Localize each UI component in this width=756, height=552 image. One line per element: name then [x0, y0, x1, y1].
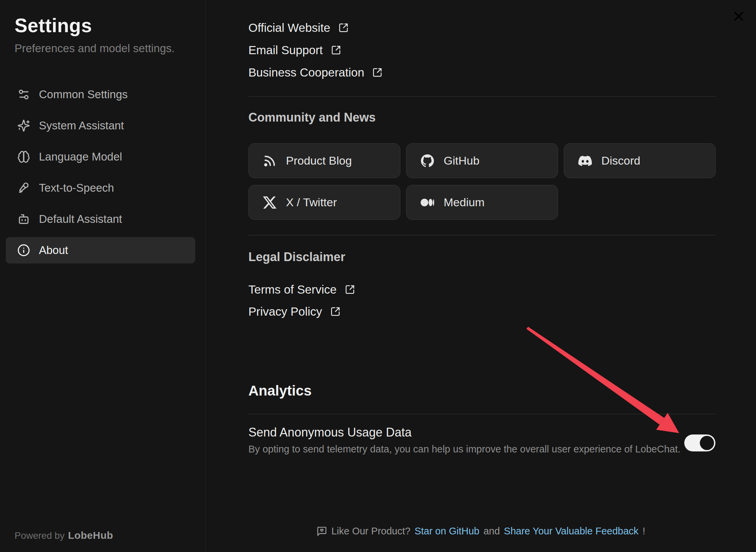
link-label: Privacy Policy	[248, 305, 322, 318]
star-on-github-link[interactable]: Star on GitHub	[415, 526, 480, 537]
section-divider	[248, 414, 716, 414]
lobehub-brand: LobeHub	[68, 530, 113, 541]
medium-icon	[421, 196, 434, 209]
external-link-icon	[330, 306, 340, 317]
link-label: Business Cooperation	[248, 66, 364, 79]
sidebar-item-about[interactable]: About	[6, 237, 195, 263]
link-privacy-policy[interactable]: Privacy Policy	[248, 303, 340, 320]
button-label: Discord	[601, 154, 640, 167]
close-icon	[731, 9, 746, 24]
product-blog-button[interactable]: Product Blog	[248, 143, 400, 178]
powered-by-label: Powered by	[15, 530, 65, 541]
external-link-icon	[372, 67, 382, 78]
community-heading: Community and News	[248, 110, 376, 125]
button-label: X / Twitter	[286, 196, 337, 209]
sidebar-item-default-assistant[interactable]: Default Assistant	[6, 206, 195, 232]
usage-data-description: By opting to send telemetry data, you ca…	[248, 444, 681, 455]
sidebar-item-label: Language Model	[39, 150, 122, 163]
sidebar-nav: Common Settings System Assistant Languag…	[6, 81, 195, 263]
sidebar-item-system-assistant[interactable]: System Assistant	[6, 112, 195, 139]
feedback-icon	[316, 526, 327, 537]
brain-icon	[17, 150, 30, 163]
x-twitter-button[interactable]: X / Twitter	[248, 185, 400, 220]
link-terms-of-service[interactable]: Terms of Service	[248, 281, 355, 298]
info-icon	[17, 244, 30, 257]
about-panel: Contact Us Official Website Email Suppor…	[206, 0, 756, 552]
sidebar-item-language-model[interactable]: Language Model	[6, 144, 195, 170]
page-title: Settings	[15, 14, 195, 37]
footer-text: Like Our Product?	[331, 526, 410, 537]
link-label: Official Website	[248, 21, 330, 35]
community-buttons: Product Blog GitHub Discord X / Twitter …	[248, 143, 716, 220]
rss-icon	[263, 154, 276, 168]
link-email-support[interactable]: Email Support	[248, 42, 341, 58]
medium-button[interactable]: Medium	[406, 185, 558, 220]
github-icon	[421, 154, 434, 168]
usage-data-toggle[interactable]	[684, 434, 715, 451]
github-button[interactable]: GitHub	[406, 143, 558, 178]
button-label: GitHub	[444, 154, 480, 167]
toggle-knob	[700, 436, 714, 450]
sparkles-icon	[17, 119, 30, 132]
external-link-icon	[345, 284, 355, 295]
footer-text: !	[643, 526, 645, 537]
external-link-icon	[338, 23, 349, 33]
discord-button[interactable]: Discord	[564, 143, 716, 178]
settings-sidebar: Settings Preferences and model settings.…	[0, 0, 206, 552]
sidebar-item-label: Common Settings	[39, 88, 128, 101]
powered-by: Powered byLobeHub	[15, 530, 113, 541]
discord-icon	[578, 154, 592, 168]
close-button[interactable]	[729, 7, 748, 26]
contact-us-heading: Contact Us	[248, 0, 313, 2]
sidebar-item-label: Text-to-Speech	[39, 182, 114, 194]
section-divider	[248, 235, 716, 235]
link-business-cooperation[interactable]: Business Cooperation	[248, 64, 382, 81]
x-twitter-icon	[263, 196, 276, 209]
link-label: Email Support	[248, 43, 323, 57]
bot-icon	[17, 213, 30, 226]
feedback-footer: Like Our Product? Star on GitHub and Sha…	[206, 526, 756, 537]
legal-heading: Legal Disclaimer	[248, 250, 345, 264]
sidebar-item-text-to-speech[interactable]: Text-to-Speech	[6, 175, 195, 201]
section-divider	[248, 96, 716, 97]
footer-text: and	[484, 526, 500, 537]
link-official-website[interactable]: Official Website	[248, 20, 349, 36]
share-feedback-link[interactable]: Share Your Valuable Feedback	[504, 526, 639, 537]
sidebar-item-label: Default Assistant	[39, 213, 122, 226]
button-label: Medium	[444, 196, 485, 209]
annotation-arrow	[517, 318, 693, 447]
page-subtitle: Preferences and model settings.	[15, 42, 195, 55]
usage-data-label: Send Anonymous Usage Data	[248, 425, 412, 440]
mic-icon	[17, 182, 30, 194]
sidebar-item-common-settings[interactable]: Common Settings	[6, 81, 195, 108]
link-label: Terms of Service	[248, 283, 337, 296]
sidebar-item-label: About	[39, 244, 68, 257]
sliders-icon	[17, 88, 30, 101]
button-label: Product Blog	[286, 154, 352, 167]
analytics-heading: Analytics	[248, 383, 312, 399]
sidebar-item-label: System Assistant	[39, 119, 124, 132]
external-link-icon	[331, 45, 341, 55]
